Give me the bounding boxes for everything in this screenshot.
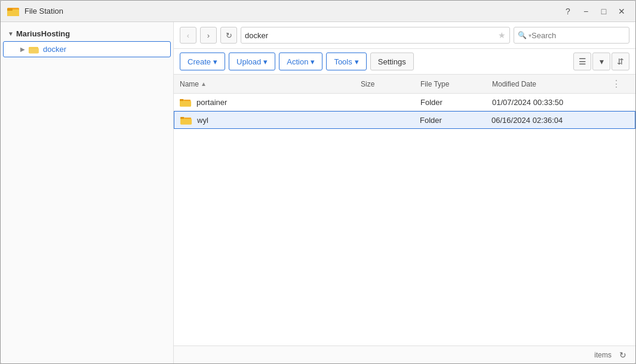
toolbar-top: ‹ › ↻ ★ 🔍 ▾ — [174, 22, 635, 49]
titlebar-left: File Station — [7, 5, 63, 18]
col-name: Name ▲ — [180, 78, 361, 90]
col-size-label: Size — [361, 80, 374, 88]
refresh-icon: ↻ — [226, 31, 232, 40]
titlebar-controls: ? − □ ✕ — [560, 4, 629, 19]
svg-rect-4 — [29, 48, 39, 53]
table-row[interactable]: wyl Folder 06/16/2024 02:36:04 — [174, 111, 635, 129]
table-row[interactable]: portainer Folder 01/07/2024 00:33:50 — [174, 94, 635, 111]
folder-icon — [180, 115, 192, 125]
col-filetype-label: File Type — [420, 80, 449, 88]
address-input[interactable] — [245, 31, 498, 40]
tools-button[interactable]: Tools ▾ — [326, 53, 366, 70]
sidebar-root-label: MariusHosting — [16, 29, 70, 38]
statusbar-refresh-icon: ↻ — [619, 350, 626, 360]
app-title: File Station — [24, 7, 63, 16]
file-list-header: Name ▲ Size File Type Modified Date ⋮ — [174, 75, 635, 94]
upload-arrow: ▾ — [263, 57, 268, 66]
list-view-icon: ☰ — [579, 57, 586, 66]
svg-rect-2 — [7, 8, 13, 11]
maximize-button[interactable]: □ — [596, 4, 612, 19]
action-button[interactable]: Action ▾ — [279, 53, 322, 70]
main-content: ▼ MariusHosting ▶ docker ‹ — [1, 22, 635, 363]
upload-button[interactable]: Upload ▾ — [229, 53, 275, 70]
list-view-button[interactable]: ☰ — [573, 53, 591, 70]
help-button[interactable]: ? — [560, 4, 576, 19]
col-filetype: File Type — [420, 78, 492, 90]
sort-icon: ⇵ — [617, 57, 624, 66]
back-button[interactable]: ‹ — [180, 27, 196, 44]
search-icon: 🔍 — [518, 31, 527, 39]
titlebar: File Station ? − □ ✕ — [1, 1, 635, 22]
svg-rect-6 — [180, 99, 183, 101]
sort-button[interactable]: ⇵ — [612, 53, 629, 70]
file-station-window: File Station ? − □ ✕ ▼ MariusHosting ▶ — [0, 0, 636, 364]
svg-rect-8 — [180, 117, 184, 119]
file-type: Folder — [420, 116, 491, 125]
right-panel: ‹ › ↻ ★ 🔍 ▾ — [174, 22, 635, 363]
file-name-portainer: portainer — [180, 97, 361, 107]
settings-label: Settings — [378, 57, 406, 66]
file-list: Name ▲ Size File Type Modified Date ⋮ — [174, 75, 635, 346]
sidebar-item-docker[interactable]: ▶ docker — [3, 41, 171, 57]
app-icon — [7, 5, 20, 18]
search-bar: 🔍 ▾ — [514, 27, 629, 44]
statusbar-refresh-button[interactable]: ↻ — [616, 348, 629, 362]
col-size: Size — [361, 78, 420, 90]
view-buttons: ☰ ▾ ⇵ — [573, 53, 629, 70]
sidebar-item-label: docker — [43, 45, 66, 54]
file-type: Folder — [420, 98, 492, 107]
file-modified: 06/16/2024 02:36:04 — [491, 116, 611, 125]
action-label: Action — [287, 57, 308, 66]
refresh-nav-button[interactable]: ↻ — [220, 27, 237, 44]
minimize-button[interactable]: − — [578, 4, 594, 19]
forward-icon: › — [207, 31, 210, 40]
create-label: Create — [188, 57, 211, 66]
sidebar-root: ▼ MariusHosting — [1, 27, 173, 41]
settings-button[interactable]: Settings — [370, 53, 414, 70]
col-modified: Modified Date — [492, 78, 612, 90]
view-options-icon: ▾ — [600, 57, 604, 66]
sidebar: ▼ MariusHosting ▶ docker — [1, 22, 174, 363]
forward-button[interactable]: › — [200, 27, 217, 44]
view-options-button[interactable]: ▾ — [592, 53, 610, 70]
search-icon-wrapper: 🔍 ▾ — [518, 31, 531, 39]
close-button[interactable]: ✕ — [614, 4, 629, 19]
file-modified: 01/07/2024 00:33:50 — [492, 98, 612, 107]
upload-label: Upload — [236, 57, 261, 66]
address-bar: ★ — [241, 27, 510, 44]
search-input[interactable] — [531, 31, 621, 40]
col-modified-label: Modified Date — [492, 80, 536, 88]
col-name-label: Name — [180, 80, 199, 88]
file-name-wyl: wyl — [180, 115, 360, 125]
filename-text: portainer — [196, 98, 227, 107]
folder-icon — [180, 97, 192, 107]
col-actions: ⋮ — [612, 78, 629, 90]
folder-icon-small — [29, 45, 39, 54]
create-button[interactable]: Create ▾ — [180, 53, 225, 70]
statusbar: items ↻ — [174, 346, 635, 363]
sort-arrow: ▲ — [201, 81, 207, 87]
bookmark-icon[interactable]: ★ — [498, 30, 506, 40]
action-toolbar: Create ▾ Upload ▾ Action ▾ Tools ▾ Setti… — [174, 49, 635, 75]
docker-arrow: ▶ — [20, 46, 25, 53]
back-icon: ‹ — [187, 31, 189, 40]
col-actions-icon: ⋮ — [612, 78, 621, 90]
root-arrow: ▼ — [8, 30, 14, 37]
action-arrow: ▾ — [311, 57, 315, 66]
create-arrow: ▾ — [213, 57, 217, 66]
tools-label: Tools — [334, 57, 352, 66]
items-count-label: items — [594, 351, 612, 359]
tools-arrow: ▾ — [355, 57, 359, 66]
filename-text: wyl — [197, 116, 208, 125]
